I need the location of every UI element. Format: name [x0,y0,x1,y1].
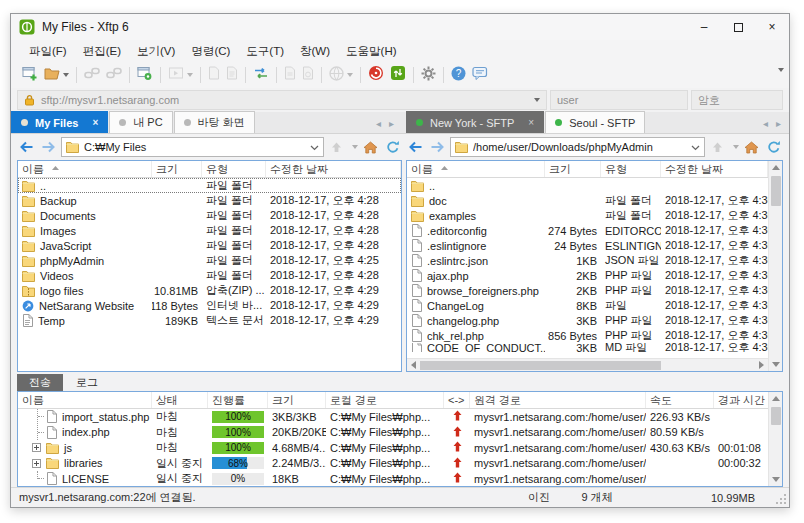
transfer-column-header-1[interactable]: 상태 [152,392,208,408]
remote-horizontal-scrollbar[interactable] [407,358,768,371]
transfer-tab-inactive[interactable]: 로그 [64,374,110,391]
scrollbar-thumb[interactable] [420,361,661,370]
file-row[interactable]: Backup파일 폴더2018-12-17, 오후 4:28 [18,193,401,208]
help-button[interactable]: ? [448,65,469,85]
file-row[interactable]: ..파일 폴더 [18,178,401,193]
remote-vertical-scrollbar[interactable] [768,161,782,371]
xshell-button[interactable] [365,65,387,85]
transfer-row[interactable]: libraries일시 중지68%2.24MB/3...C:₩My Files₩… [18,456,768,472]
expand-plus-icon[interactable] [32,456,44,471]
tab-seoul-sftp[interactable]: Seoul - SFTP [545,111,645,133]
menu-item-6[interactable]: 도움말(H) [338,42,404,61]
open-folder-button[interactable] [41,65,72,85]
feedback-button[interactable] [469,65,491,85]
menu-item-3[interactable]: 명령(C) [183,42,238,61]
home-button[interactable] [361,138,380,156]
close-button[interactable]: × [755,14,789,40]
transfer-vertical-scrollbar[interactable] [768,392,782,486]
tab-close-icon[interactable]: × [528,117,534,128]
tab-close-icon[interactable]: × [92,117,98,128]
transfer-row[interactable]: js마침100%4.68MB/4...C:₩My Files₩php...mys… [18,440,768,456]
forward-button[interactable] [428,138,447,156]
scrollbar-track[interactable] [769,174,782,358]
remote-path-combobox[interactable]: /home/user/Downloads/phpMyAdmin [450,137,705,157]
transfer-column-header-8[interactable]: 경과 시간 [714,392,768,408]
file-row[interactable]: NetSarang Website118 Bytes인터넷 바...2018-1… [18,298,401,313]
file-row[interactable]: .eslintrc.json1KBJSON 파일2018-12-17, 오후 4… [407,253,768,268]
scroll-down-icon[interactable] [769,473,782,486]
chevron-down-icon[interactable] [310,141,319,153]
password-field[interactable]: 암호 [691,90,783,110]
local-path-combobox[interactable]: C:₩My Files [61,137,324,157]
file-row[interactable]: changelog.php3KBPHP 파일2018-12-17, 오후 4:3… [407,313,768,328]
tab--[interactable]: 바탕 화면 [174,111,255,133]
back-button[interactable] [17,138,36,156]
back-button[interactable] [406,138,425,156]
address-url-field[interactable]: sftp://mysvr1.netsarang.com [17,90,547,110]
file-row[interactable]: examples파일 폴더2018-12-17, 오후 4:30 [407,208,768,223]
transfer-column-header-3[interactable]: 크기 [268,392,326,408]
file-row[interactable]: browse_foreigners.php2KBPHP 파일2018-12-17… [407,283,768,298]
file-row[interactable]: logo files10.81MB압축(ZIP) ...2018-12-17, … [18,283,401,298]
column-header-0[interactable]: 이름 [18,161,152,177]
refresh-button[interactable] [383,138,402,156]
tab-scroll-left-icon[interactable]: ◂ [763,118,768,129]
file-row[interactable]: Images파일 폴더2018-12-17, 오후 4:28 [18,223,401,238]
refresh-button[interactable] [764,138,783,156]
column-header-2[interactable]: 유형 [601,161,661,177]
scroll-up-icon[interactable] [769,161,782,174]
file-row[interactable]: Temp189KB텍스트 문서2018-12-17, 오후 4:29 [18,313,401,328]
expand-plus-icon[interactable] [32,440,44,455]
column-header-2[interactable]: 유형 [202,161,266,177]
file-row[interactable]: Documents파일 폴더2018-12-17, 오후 4:28 [18,208,401,223]
file-row[interactable]: Videos파일 폴더2018-12-17, 오후 4:28 [18,268,401,283]
file-row[interactable]: JavaScript파일 폴더2018-12-17, 오후 4:28 [18,238,401,253]
column-header-1[interactable]: 크기 [545,161,601,177]
scroll-up-icon[interactable] [769,392,782,405]
file-row[interactable]: doc파일 폴더2018-12-17, 오후 4:30 [407,193,768,208]
transfer-column-header-4[interactable]: 로컬 경로 [326,392,444,408]
file-row[interactable]: .editorconfig274 BytesEDITORCO...2018-12… [407,223,768,238]
transfer-column-header-6[interactable]: 원격 경로 [470,392,646,408]
chevron-down-icon[interactable] [691,141,700,153]
file-row[interactable]: .. [407,178,768,193]
menu-item-0[interactable]: 파일(F) [21,42,75,61]
menu-item-1[interactable]: 편집(E) [75,42,129,61]
file-row[interactable]: chk_rel.php856 BytesPHP 파일2018-12-17, 오후… [407,328,768,343]
column-header-1[interactable]: 크기 [152,161,202,177]
settings-gear-button[interactable] [418,65,439,85]
menu-item-4[interactable]: 도구(T) [238,42,292,61]
file-row[interactable]: .eslintignore24 BytesESLINTIGN...2018-12… [407,238,768,253]
session-properties-button[interactable] [134,65,156,85]
minimize-button[interactable]: – [687,14,721,40]
toolbar-overflow-icon[interactable] [775,72,784,90]
tab-scroll-right-icon[interactable]: ▸ [776,118,781,129]
file-row[interactable]: ChangeLog8KB파일2018-12-17, 오후 4:30 [407,298,768,313]
tab-my-files[interactable]: My Files× [11,111,108,133]
scroll-right-icon[interactable] [755,361,768,369]
tab--pc[interactable]: 내 PC [109,111,172,133]
forward-button[interactable] [39,138,58,156]
menu-item-2[interactable]: 보기(V) [129,42,183,61]
transfer-column-header-5[interactable]: <-> [444,392,470,408]
home-button[interactable] [742,138,761,156]
open-folder-dropdown-icon[interactable] [63,73,69,77]
file-row[interactable]: ajax.php2KBPHP 파일2018-12-17, 오후 4:30 [407,268,768,283]
tab-scroll-left-icon[interactable]: ◂ [376,118,381,129]
scrollbar-thumb[interactable] [771,407,781,425]
scroll-left-icon[interactable] [407,361,420,369]
new-session-button[interactable] [19,65,41,85]
transfer-column-header-7[interactable]: 속도 [646,392,714,408]
tab-scroll-right-icon[interactable]: ▸ [389,118,394,129]
file-row[interactable]: phpMyAdmin파일 폴더2018-12-17, 오후 4:25 [18,253,401,268]
transfer-column-header-0[interactable]: 이름 [18,392,152,408]
username-field[interactable]: user [550,90,688,110]
new-xftp-button[interactable] [387,65,409,85]
transfer-row[interactable]: index.php마침100%20KB/20KBC:₩My Files₩php.… [18,425,768,441]
menu-item-5[interactable]: 창(W) [292,42,338,61]
scroll-down-icon[interactable] [769,358,782,371]
column-header-3[interactable]: 수정한 날짜 [266,161,401,177]
column-header-3[interactable]: 수정한 날짜 [661,161,768,177]
transfer-arrows-button[interactable] [250,65,272,85]
transfer-tab-active[interactable]: 전송 [17,374,63,391]
